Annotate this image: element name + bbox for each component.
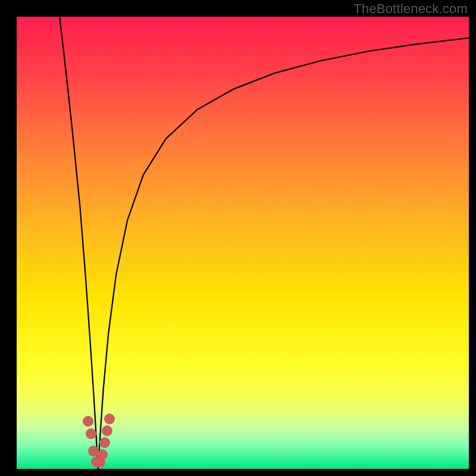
curve-left-branch	[60, 17, 98, 469]
watermark-text: TheBottleneck.com	[353, 1, 468, 17]
chart-frame: TheBottleneck.com	[0, 0, 476, 476]
curve-right-branch	[98, 38, 469, 469]
plot-area	[17, 17, 469, 469]
data-point-marker	[97, 449, 108, 460]
data-point-marker	[99, 437, 110, 448]
data-point-marker	[104, 414, 115, 424]
data-point-marker	[83, 416, 93, 427]
data-point-marker	[102, 425, 112, 436]
data-point-marker	[86, 428, 96, 439]
curve-layer	[17, 17, 469, 469]
